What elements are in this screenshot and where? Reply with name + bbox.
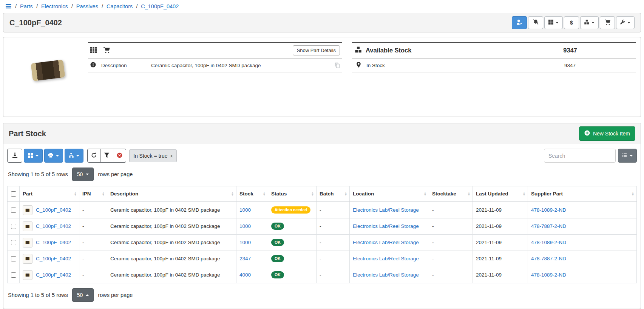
table-row[interactable]: C_100pF_0402 - Ceramic capacitor, 100pF … (8, 234, 637, 251)
row-checkbox[interactable] (11, 224, 16, 229)
active-filter-chip: In Stock = truex (129, 149, 177, 162)
remove-filter-x[interactable]: x (170, 153, 173, 158)
list-icon (622, 153, 627, 159)
location-link[interactable]: Electronics Lab/Reel Storage (353, 256, 419, 261)
location-link[interactable]: Electronics Lab/Reel Storage (353, 240, 419, 245)
stock-link[interactable]: 1000 (239, 223, 251, 229)
supplier-part-cell: 478-1089-2-ND (528, 267, 637, 283)
stock-cell: 1000 (236, 218, 268, 234)
breadcrumb-link-capacitors[interactable]: Capacitors (107, 3, 133, 9)
table-row[interactable]: C_100pF_0402 - Ceramic capacitor, 100pF … (8, 202, 637, 218)
page-size-value: 50 (77, 292, 83, 298)
row-checkbox[interactable] (11, 256, 16, 261)
clear-filters-button[interactable] (113, 149, 126, 163)
subscribed-button[interactable] (512, 16, 527, 29)
print-dropdown-button[interactable] (44, 149, 63, 163)
plus-circle-icon (584, 130, 590, 137)
part-overview-panel: Show Part Details Description Ceramic ca… (3, 37, 641, 117)
part-stock-title: Part Stock (9, 129, 46, 138)
supplier-part-link[interactable]: 478-7887-2-ND (531, 223, 566, 229)
filter-chip-label: In Stock = true (133, 153, 168, 159)
menu-icon[interactable] (5, 3, 12, 9)
refresh-table-button[interactable] (87, 149, 100, 163)
wrench-icon (620, 20, 625, 26)
location-link[interactable]: Electronics Lab/Reel Storage (353, 272, 419, 278)
location-cell: Electronics Lab/Reel Storage (350, 202, 429, 218)
part-link[interactable]: C_100pF_0402 (36, 256, 71, 261)
breadcrumb-link-current-part[interactable]: C_100pF_0402 (141, 3, 179, 9)
part-thumbnail (23, 221, 32, 231)
part-details-section: Show Part Details Description Ceramic ca… (88, 42, 342, 72)
row-checkbox[interactable] (11, 208, 16, 213)
supplier-part-link[interactable]: 478-1089-2-ND (531, 272, 566, 278)
stock-link[interactable]: 2347 (239, 256, 251, 261)
table-row[interactable]: C_100pF_0402 - Ceramic capacitor, 100pF … (8, 251, 637, 267)
column-header-status[interactable]: Status▲▼ (268, 186, 317, 202)
sort-icon: ▲▼ (344, 191, 347, 196)
chevron-down-icon (86, 174, 89, 175)
row-select-cell (8, 218, 20, 234)
part-thumbnail (23, 238, 32, 248)
status-cell: OK (268, 251, 317, 267)
part-link[interactable]: C_100pF_0402 (36, 223, 71, 229)
column-header-supplier-part[interactable]: Supplier Part▲▼ (528, 186, 637, 202)
table-view-dropdown-button[interactable] (618, 149, 637, 163)
row-select-cell (8, 267, 20, 283)
breadcrumb-link-electronics[interactable]: Electronics (41, 3, 68, 9)
sort-icon: ▲▼ (632, 191, 634, 196)
pricing-button[interactable]: $ (564, 16, 579, 29)
new-stock-item-button[interactable]: New Stock Item (579, 126, 635, 141)
part-image[interactable] (8, 42, 88, 79)
part-link[interactable]: C_100pF_0402 (36, 207, 71, 213)
location-link[interactable]: Electronics Lab/Reel Storage (353, 207, 419, 213)
description-cell: Ceramic capacitor, 100pF in 0402 SMD pac… (107, 267, 236, 283)
part-options-button[interactable] (616, 16, 635, 29)
order-part-button[interactable] (600, 16, 615, 29)
part-thumbnail (23, 205, 32, 215)
stock-actions-button[interactable] (580, 16, 599, 29)
barcode-dropdown-button[interactable] (24, 149, 43, 163)
in-stock-row: In Stock 9347 (352, 58, 636, 72)
copy-icon[interactable] (334, 63, 340, 68)
location-link[interactable]: Electronics Lab/Reel Storage (353, 223, 419, 229)
select-all-checkbox[interactable] (11, 191, 16, 197)
supplier-part-link[interactable]: 478-7887-2-ND (531, 256, 566, 261)
column-header-last-updated[interactable]: Last Updated▲▼ (473, 186, 528, 202)
column-header-stock[interactable]: Stock▲▼ (236, 186, 268, 202)
supplier-part-link[interactable]: 478-1089-2-ND (531, 240, 566, 245)
row-checkbox[interactable] (11, 272, 16, 278)
stock-link[interactable]: 1000 (239, 240, 251, 245)
ipn-cell: - (79, 234, 107, 251)
breadcrumb-link-passives[interactable]: Passives (76, 3, 98, 9)
add-filter-button[interactable] (100, 149, 113, 163)
part-link[interactable]: C_100pF_0402 (36, 240, 71, 245)
column-header-description[interactable]: Description▲▼ (107, 186, 236, 202)
stock-link[interactable]: 4000 (239, 272, 251, 278)
table-row[interactable]: C_100pF_0402 - Ceramic capacitor, 100pF … (8, 267, 637, 283)
column-header-part[interactable]: Part▲▼ (20, 186, 79, 202)
stock-link[interactable]: 1000 (239, 207, 251, 213)
search-input[interactable] (544, 149, 616, 163)
supplier-part-link[interactable]: 478-1089-2-ND (531, 207, 566, 213)
page-size-dropdown[interactable]: 50 (72, 168, 94, 181)
category-grid-icon (90, 47, 97, 54)
show-part-details-button[interactable]: Show Part Details (293, 45, 340, 55)
download-table-button[interactable] (7, 149, 22, 163)
stock-options-dropdown-button[interactable] (65, 149, 83, 163)
barcode-actions-button[interactable] (544, 16, 563, 29)
column-header-stocktake[interactable]: Stocktake▲▼ (429, 186, 473, 202)
page-title: C_100pF_0402 (9, 18, 62, 27)
column-header-ipn[interactable]: IPN▲▼ (79, 186, 107, 202)
page-size-dropdown[interactable]: 50 (72, 288, 94, 302)
row-checkbox[interactable] (11, 240, 16, 245)
part-link[interactable]: C_100pF_0402 (36, 272, 71, 278)
table-row[interactable]: C_100pF_0402 - Ceramic capacitor, 100pF … (8, 218, 637, 234)
column-header-location[interactable]: Location▲▼ (350, 186, 429, 202)
part-cell: C_100pF_0402 (20, 251, 79, 267)
breadcrumb-link-parts[interactable]: Parts (20, 3, 33, 9)
notifications-off-button[interactable] (528, 16, 543, 29)
location-cell: Electronics Lab/Reel Storage (350, 234, 429, 251)
column-header-batch[interactable]: Batch▲▼ (317, 186, 350, 202)
last-updated-cell: 2021-11-09 (473, 267, 528, 283)
stocktake-cell: - (429, 234, 473, 251)
